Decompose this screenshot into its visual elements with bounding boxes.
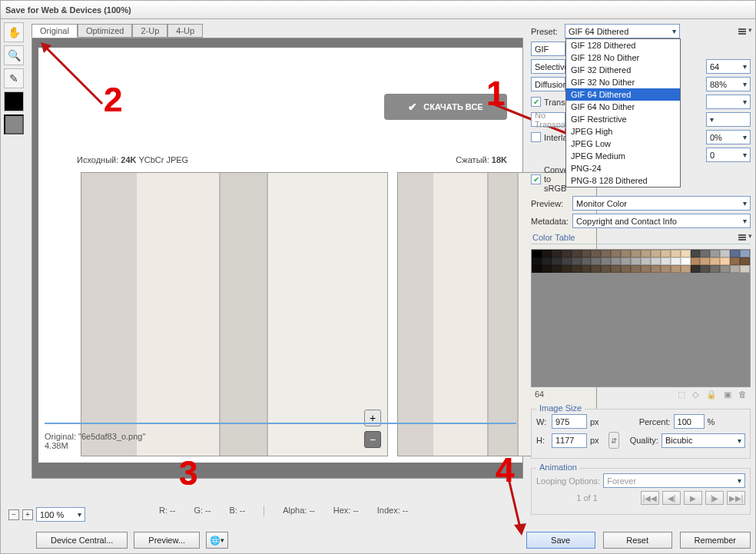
- color-swatch[interactable]: [671, 257, 681, 265]
- color-swatch[interactable]: [740, 250, 750, 257]
- trash-icon[interactable]: 🗑: [738, 390, 747, 399]
- lock-icon[interactable]: 🔒: [706, 390, 717, 399]
- preset-option[interactable]: JPEG Low: [566, 138, 680, 150]
- zoom-combo[interactable]: 100 %: [36, 507, 85, 522]
- save-button[interactable]: Save: [526, 532, 595, 549]
- device-central-button[interactable]: Device Central...: [36, 532, 128, 549]
- color-swatch[interactable]: [730, 265, 740, 273]
- colors-combo[interactable]: 64: [706, 59, 751, 74]
- color-swatch[interactable]: [740, 265, 750, 273]
- color-swatch[interactable]: [710, 265, 720, 273]
- color-swatch[interactable]: [641, 257, 651, 265]
- color-swatch[interactable]: [631, 257, 641, 265]
- color-swatch[interactable]: [562, 265, 572, 273]
- preview-combo[interactable]: Monitor Color: [572, 196, 751, 211]
- color-swatch[interactable]: [601, 250, 611, 257]
- color-swatch[interactable]: [601, 265, 611, 273]
- color-swatch[interactable]: [641, 265, 651, 273]
- preset-option[interactable]: PNG-24: [566, 162, 680, 174]
- color-swatch[interactable]: [552, 265, 562, 273]
- preset-option[interactable]: PNG-8 128 Dithered: [566, 174, 680, 187]
- color-swatch[interactable]: [700, 265, 710, 273]
- color-swatch[interactable]: [532, 265, 542, 273]
- preset-option[interactable]: JPEG High: [566, 125, 680, 138]
- color-swatch[interactable]: [671, 250, 681, 257]
- color-swatch[interactable]: [661, 250, 671, 257]
- height-input[interactable]: 1177: [552, 433, 587, 448]
- color-swatch[interactable]: [720, 257, 730, 265]
- interlaced-checkbox[interactable]: [531, 132, 541, 142]
- preset-option[interactable]: GIF Restrictive: [566, 113, 680, 125]
- color-swatch[interactable]: [740, 257, 750, 265]
- new-icon[interactable]: ▣: [724, 390, 731, 399]
- zoom-tool-icon[interactable]: 🔍: [4, 45, 24, 65]
- map-icon[interactable]: ◇: [692, 390, 698, 399]
- color-swatch[interactable]: [601, 257, 611, 265]
- preview-button[interactable]: Preview...: [134, 532, 200, 549]
- color-swatch[interactable]: [641, 250, 651, 257]
- color-swatch[interactable]: [562, 250, 572, 257]
- color-swatch[interactable]: [621, 257, 631, 265]
- reset-button[interactable]: Reset: [603, 532, 672, 549]
- color-swatch[interactable]: [582, 257, 592, 265]
- color-swatch[interactable]: [661, 257, 671, 265]
- preset-option-selected[interactable]: GIF 64 Dithered: [566, 88, 680, 101]
- percent-input[interactable]: 100: [674, 414, 705, 429]
- color-swatch[interactable]: [621, 265, 631, 273]
- color-swatch[interactable]: [691, 265, 701, 273]
- preset-option[interactable]: GIF 32 No Dither: [566, 76, 680, 88]
- hand-tool-icon[interactable]: ✋: [4, 22, 24, 42]
- color-swatch[interactable]: [681, 265, 691, 273]
- format-combo[interactable]: GIF: [531, 41, 565, 56]
- link-icon[interactable]: ⇵: [608, 432, 619, 449]
- slice-visibility-icon[interactable]: [4, 114, 24, 134]
- color-swatch[interactable]: [710, 257, 720, 265]
- tab-optimized[interactable]: Optimized: [78, 24, 133, 38]
- color-swatch[interactable]: [542, 265, 552, 273]
- color-swatch[interactable]: [611, 250, 621, 257]
- lossy-combo[interactable]: 0%: [706, 130, 751, 144]
- preset-option[interactable]: GIF 64 No Dither: [566, 101, 680, 113]
- color-swatch[interactable]: [572, 257, 582, 265]
- browser-preview-button[interactable]: 🌐 ▾: [206, 532, 228, 549]
- preset-option[interactable]: JPEG Medium: [566, 150, 680, 162]
- lock-icon[interactable]: ⬚: [678, 390, 685, 399]
- convert-srgb-checkbox[interactable]: ✔: [531, 174, 541, 184]
- color-swatch[interactable]: [651, 257, 661, 265]
- color-swatch[interactable]: [691, 250, 701, 257]
- color-swatch[interactable]: [552, 257, 562, 265]
- color-swatch[interactable]: [591, 265, 601, 273]
- zoom-out-button[interactable]: −: [8, 509, 19, 520]
- tab-2up[interactable]: 2-Up: [132, 24, 167, 38]
- color-swatch[interactable]: [671, 265, 681, 273]
- preset-menu-icon[interactable]: [738, 27, 751, 36]
- color-swatch[interactable]: [720, 265, 730, 273]
- eyedropper-tool-icon[interactable]: ✎: [4, 68, 24, 88]
- preset-combo[interactable]: GIF 64 Dithered: [565, 24, 680, 38]
- color-swatch[interactable]: [631, 265, 641, 273]
- color-swatch[interactable]: [651, 265, 661, 273]
- color-swatch[interactable]: [720, 250, 730, 257]
- color-swatch[interactable]: [700, 257, 710, 265]
- color-swatch[interactable]: [631, 250, 641, 257]
- dither-combo[interactable]: Diffusion: [531, 77, 565, 91]
- color-swatch[interactable]: [591, 250, 601, 257]
- color-swatch[interactable]: [611, 257, 621, 265]
- color-swatch[interactable]: [691, 257, 701, 265]
- color-swatch[interactable]: [611, 265, 621, 273]
- preset-option[interactable]: GIF 32 Dithered: [566, 64, 680, 76]
- color-swatch[interactable]: [572, 265, 582, 273]
- color-swatch[interactable]: [562, 257, 572, 265]
- preset-option[interactable]: GIF 128 Dithered: [566, 39, 680, 51]
- color-swatches[interactable]: [532, 250, 750, 280]
- preset-option[interactable]: GIF 128 No Dither: [566, 51, 680, 64]
- color-swatch[interactable]: [542, 250, 552, 257]
- tab-original[interactable]: Original: [32, 24, 78, 38]
- color-swatch[interactable]: [591, 257, 601, 265]
- color-swatch[interactable]: [681, 257, 691, 265]
- websnap-combo[interactable]: 0: [706, 148, 751, 162]
- color-swatch[interactable]: [532, 250, 542, 257]
- color-swatch[interactable]: [572, 250, 582, 257]
- color-swatch[interactable]: [730, 250, 740, 257]
- zoom-in-button[interactable]: +: [22, 509, 33, 520]
